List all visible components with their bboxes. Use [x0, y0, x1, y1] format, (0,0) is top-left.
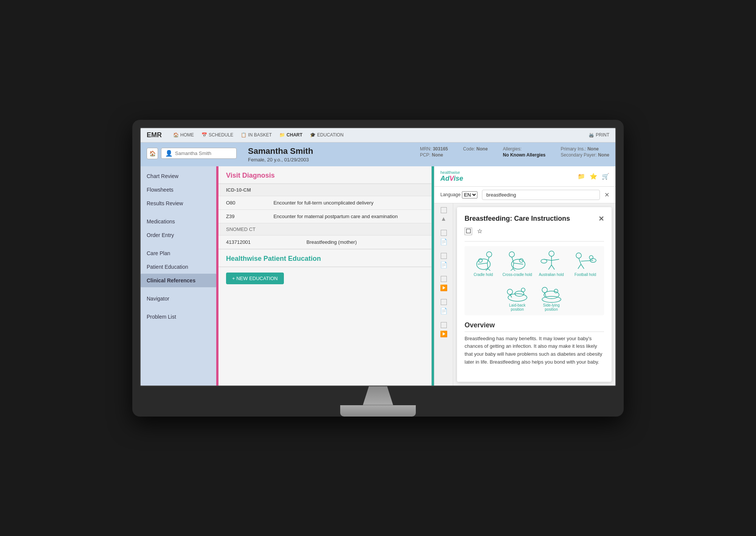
list-item: ▶️: [440, 322, 448, 338]
svg-point-0: [486, 252, 492, 257]
laidback-position-illustration: [506, 280, 529, 303]
football-hold-illustration: [574, 250, 597, 273]
video-icon-2: ▶️: [440, 330, 448, 338]
hold-label: Side-lying position: [536, 303, 567, 311]
main-content: Chart Review Flowsheets Results Review M…: [141, 166, 615, 386]
nav-education[interactable]: 🎓 EDUCATION: [310, 132, 344, 138]
article-actions: ☐ ☆: [465, 228, 604, 235]
snomed-code: 413712001: [218, 235, 299, 249]
schedule-icon: 📅: [201, 132, 207, 138]
patient-home-button[interactable]: 🏠: [147, 148, 158, 159]
hold-cross-cradle: Cross-cradle hold: [502, 250, 533, 277]
pcp-label: PCP: None: [420, 152, 448, 158]
snomed-table: 413712001 Breastfeeding (mother): [218, 235, 431, 249]
sidebar-item-chart-review[interactable]: Chart Review: [141, 169, 216, 183]
sidebar-item-navigator[interactable]: Navigator: [141, 292, 216, 305]
language-dropdown[interactable]: EN ES: [462, 191, 477, 198]
allergies-group: Allergies: No Known Allergies: [503, 146, 545, 158]
language-selector[interactable]: Language EN ES: [440, 191, 477, 198]
checkbox-1[interactable]: [441, 207, 447, 213]
checkbox-5[interactable]: [441, 299, 447, 305]
sidebar-item-results-review[interactable]: Results Review: [141, 197, 216, 210]
nav-chart-label: CHART: [287, 132, 302, 138]
svg-line-15: [513, 269, 515, 271]
print-button[interactable]: 🖨️ PRINT: [589, 132, 609, 138]
center-panel-wrapper: Visit Diagnosis ICD-10-CM O80: [216, 166, 434, 386]
healthwise-search-input[interactable]: [482, 190, 600, 200]
healthwise-header: healthwise AdVise 📁 ⭐ 🛒: [434, 166, 615, 187]
checkbox-2[interactable]: [441, 230, 447, 236]
svg-point-20: [541, 259, 547, 263]
patient-search-bar: 👤: [161, 148, 237, 159]
search-close-button[interactable]: ✕: [604, 191, 609, 198]
icd-code-o80: O80: [218, 196, 266, 209]
checkbox-6[interactable]: [441, 322, 447, 328]
nav-home[interactable]: 🏠 HOME: [173, 132, 194, 138]
sidebar-item-order-entry[interactable]: Order Entry: [141, 228, 216, 242]
svg-point-8: [509, 252, 514, 257]
nav-inbasket-label: IN BASKET: [248, 132, 272, 138]
nav-chart[interactable]: 📁 CHART: [279, 132, 302, 138]
insurance-group: Primary Ins.: None Secondary Payer: None: [561, 146, 609, 158]
table-row: O80 Encounter for full-term uncomplicate…: [218, 196, 431, 209]
checkbox-3[interactable]: [441, 253, 447, 259]
svg-point-34: [521, 288, 525, 292]
svg-line-27: [581, 260, 593, 261]
hold-label: Football hold: [575, 273, 596, 277]
star-icon[interactable]: ⭐: [590, 173, 597, 180]
sidebar-item-medications[interactable]: Medications: [141, 215, 216, 228]
folder-icon[interactable]: 📁: [578, 173, 585, 180]
basket-icon: 📋: [241, 132, 246, 138]
patient-education-section: Healthwise Patient Education + NEW EDUCA…: [218, 249, 431, 284]
checkbox-4[interactable]: [441, 276, 447, 282]
allergies-value: No Known Allergies: [503, 152, 545, 158]
hold-label: Cradle hold: [474, 273, 493, 277]
nav-inbasket[interactable]: 📋 IN BASKET: [241, 132, 272, 138]
nav-items-container: 🏠 HOME 📅 SCHEDULE 📋 IN BASKET 📁 CHART 🎓: [173, 132, 581, 138]
patient-details: MRN: 303165 PCP: None Code: None Allergi…: [420, 146, 609, 158]
code-group: Code: None: [463, 146, 488, 152]
list-item: 📄: [440, 230, 448, 245]
cross-cradle-hold-illustration: [506, 250, 529, 273]
list-item: ▶️: [440, 276, 448, 291]
sidebar: Chart Review Flowsheets Results Review M…: [141, 166, 216, 386]
sidebar-item-patient-education[interactable]: Patient Education: [141, 260, 216, 274]
healthwise-logo: healthwise AdVise: [440, 170, 463, 183]
svg-line-21: [548, 265, 552, 270]
healthwise-logo-top: healthwise: [440, 170, 463, 175]
sidelying-position-illustration: [540, 280, 563, 303]
sidebar-item-care-plan[interactable]: Care Plan: [141, 246, 216, 260]
svg-line-14: [511, 269, 513, 271]
patient-search-input[interactable]: [175, 150, 232, 156]
nav-schedule[interactable]: 📅 SCHEDULE: [201, 132, 233, 138]
star-button[interactable]: ☆: [476, 228, 483, 235]
print-label: PRINT: [596, 132, 609, 138]
icd-table: ICD-10-CM O80 Encounter for full-term un…: [218, 184, 431, 223]
nav-schedule-label: SCHEDULE: [209, 132, 233, 138]
download-icon[interactable]: 🛒: [602, 173, 609, 180]
education-header: Healthwise Patient Education: [218, 249, 431, 267]
icd-code-z39: Z39: [218, 209, 266, 223]
list-item: 📄: [440, 299, 448, 314]
sidebar-item-flowsheets[interactable]: Flowsheets: [141, 183, 216, 197]
sidebar-item-problem-list[interactable]: Problem List: [141, 310, 216, 324]
sidebar-item-clinical-references[interactable]: Clinical References: [141, 274, 216, 287]
new-education-button[interactable]: + NEW EDUCATION: [226, 273, 284, 284]
monitor-stand: [140, 386, 616, 417]
hold-label: Australian hold: [539, 273, 564, 277]
scroll-up-icon[interactable]: ▲: [441, 215, 447, 222]
australian-hold-illustration: [540, 250, 563, 273]
visit-diagnosis-section: Visit Diagnosis ICD-10-CM O80: [218, 166, 431, 249]
hold-australian: Australian hold: [536, 250, 567, 277]
code-label: Code: None: [463, 146, 488, 152]
snomed-header: SNOMED CT: [218, 223, 431, 235]
healthwise-body: ▲ 📄 📄 ▶️: [434, 203, 615, 386]
svg-line-25: [578, 264, 581, 269]
svg-line-26: [581, 264, 584, 269]
nav-home-label: HOME: [180, 132, 194, 138]
bookmark-button[interactable]: ☐: [465, 228, 472, 235]
svg-point-16: [549, 251, 554, 256]
article-close-button[interactable]: ✕: [598, 215, 604, 223]
healthwise-panel: healthwise AdVise 📁 ⭐ 🛒 Language EN: [434, 166, 615, 386]
top-navigation: EMR 🏠 HOME 📅 SCHEDULE 📋 IN BASKET 📁 CHAR…: [141, 128, 615, 143]
